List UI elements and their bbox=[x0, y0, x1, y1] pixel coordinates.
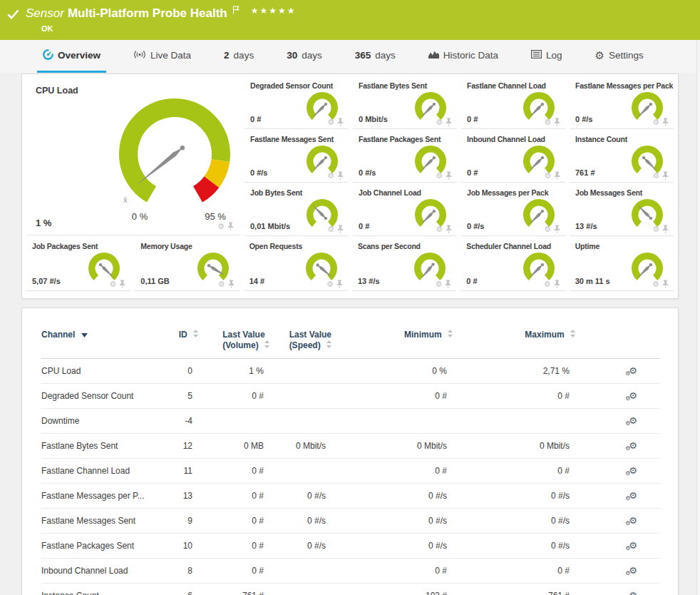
channel-row-cpu-load[interactable]: CPU Load01 %0 %2,71 %⚙⚙ bbox=[41, 359, 660, 384]
gauge-settings-gear-icon[interactable]: ⚙ bbox=[327, 118, 334, 126]
tab-historic-data[interactable]: Historic Data bbox=[423, 40, 504, 73]
gauge-settings-gear-icon[interactable]: ⚙ bbox=[218, 280, 225, 288]
channel-row-downtime[interactable]: Downtime-4⚙⚙ bbox=[41, 409, 660, 434]
channel-settings-icon[interactable]: ⚙⚙ bbox=[629, 591, 637, 595]
gauge-settings-gear-icon[interactable]: ⚙ bbox=[652, 280, 659, 288]
pin-icon[interactable] bbox=[336, 280, 343, 288]
pin-icon[interactable] bbox=[662, 171, 669, 180]
pin-icon[interactable] bbox=[662, 118, 669, 126]
gauge-settings-gear-icon[interactable]: ⚙ bbox=[652, 118, 659, 126]
sort-desc-icon[interactable] bbox=[81, 333, 88, 337]
pin-icon[interactable] bbox=[119, 280, 125, 288]
tab-live-data[interactable]: Live Data bbox=[128, 40, 197, 73]
tab-365-days[interactable]: 365days bbox=[349, 40, 401, 73]
pin-icon[interactable] bbox=[337, 225, 344, 233]
live-icon bbox=[133, 50, 146, 61]
column-header-id[interactable]: ID bbox=[155, 320, 198, 359]
cell-channel[interactable]: Downtime bbox=[41, 409, 155, 434]
sort-icon[interactable] bbox=[193, 330, 198, 337]
cell-channel[interactable]: Fastlane Channel Load bbox=[41, 459, 155, 484]
pin-icon[interactable] bbox=[554, 171, 560, 180]
cpu-load-gauge-tile: CPU Load x̄ 0 % 95 % 1 % ⚙ bbox=[26, 76, 240, 235]
channel-settings-icon[interactable]: ⚙⚙ bbox=[629, 466, 637, 475]
gauge-settings-gear-icon[interactable]: ⚙ bbox=[327, 172, 334, 180]
cell-channel[interactable]: Fastlane Messages Sent bbox=[41, 509, 155, 534]
priority-stars[interactable]: ★★★★★ bbox=[251, 6, 297, 16]
channel-settings-icon[interactable]: ⚙⚙ bbox=[629, 391, 637, 400]
channel-settings-icon[interactable]: ⚙⚙ bbox=[629, 516, 637, 525]
gauge-settings-gear-icon[interactable]: ⚙ bbox=[544, 225, 551, 233]
cell-last-value-volume: 0 MB bbox=[198, 434, 269, 459]
pin-icon[interactable] bbox=[446, 225, 452, 233]
sort-icon[interactable] bbox=[570, 330, 575, 337]
tab-number: 2 bbox=[224, 50, 230, 61]
sort-icon[interactable] bbox=[326, 340, 331, 348]
channel-row-degraded-sensor-count[interactable]: Degraded Sensor Count50 #0 #0 #⚙⚙ bbox=[41, 384, 660, 409]
channel-row-instance-count[interactable]: Instance Count6761 #103 #761 #⚙⚙ bbox=[41, 584, 660, 595]
cell-id: 12 bbox=[155, 434, 198, 459]
channel-settings-icon[interactable]: ⚙⚙ bbox=[629, 366, 637, 375]
pin-icon[interactable] bbox=[227, 222, 234, 230]
channel-settings-icon[interactable]: ⚙⚙ bbox=[629, 541, 637, 550]
column-header-minimum[interactable]: Minimum bbox=[331, 320, 453, 359]
gauge-settings-gear-icon[interactable]: ⚙ bbox=[436, 172, 443, 180]
gauge-settings-gear-icon[interactable]: ⚙ bbox=[436, 118, 443, 126]
column-header-last-value-volume[interactable]: Last Value(Volume) bbox=[198, 320, 269, 359]
gauge-tile-fastlane-messages-sent: Fastlane Messages Sent0 #/s⚙ bbox=[245, 129, 349, 183]
tab-label: Historic Data bbox=[443, 50, 498, 61]
pin-icon[interactable] bbox=[228, 280, 235, 288]
pin-icon[interactable] bbox=[337, 118, 344, 126]
channel-row-fastlane-bytes-sent[interactable]: Fastlane Bytes Sent120 MB0 Mbit/s0 Mbit/… bbox=[41, 434, 660, 459]
pin-icon[interactable] bbox=[445, 280, 451, 288]
pin-icon[interactable] bbox=[554, 118, 560, 126]
column-header-last-value-speed[interactable]: Last Value(Speed) bbox=[269, 320, 331, 359]
gauge-settings-gear-icon[interactable]: ⚙ bbox=[652, 172, 659, 180]
cell-channel[interactable]: Fastlane Messages per P... bbox=[41, 484, 155, 509]
channel-row-fastlane-messages-sent[interactable]: Fastlane Messages Sent90 #0 #/s0 #/s0 #/… bbox=[41, 509, 660, 534]
pin-icon[interactable] bbox=[554, 280, 560, 288]
column-header-channel[interactable]: Channel bbox=[41, 320, 155, 359]
channel-settings-icon[interactable]: ⚙⚙ bbox=[629, 416, 637, 425]
cell-channel[interactable]: Inbound Channel Load bbox=[41, 559, 155, 584]
gauge-settings-gear-icon[interactable]: ⚙ bbox=[652, 225, 659, 233]
flag-icon[interactable] bbox=[232, 4, 240, 17]
channel-row-fastlane-channel-load[interactable]: Fastlane Channel Load110 #0 #0 #⚙⚙ bbox=[41, 459, 660, 484]
scrollbar-track[interactable] bbox=[696, 40, 700, 595]
pin-icon[interactable] bbox=[446, 171, 452, 180]
channel-row-inbound-channel-load[interactable]: Inbound Channel Load80 #0 #0 #⚙⚙ bbox=[41, 559, 660, 584]
column-header-maximum[interactable]: Maximum bbox=[453, 320, 575, 359]
gauge-settings-gear-icon[interactable]: ⚙ bbox=[435, 280, 442, 288]
channel-row-fastlane-messages-per-p[interactable]: Fastlane Messages per P...130 #0 #/s0 #/… bbox=[41, 484, 660, 509]
gauge-tile-job-messages-sent: Job Messages Sent13 #/s⚙ bbox=[570, 183, 674, 236]
cell-minimum: 0 #/s bbox=[331, 509, 453, 534]
gauge-settings-gear-icon[interactable]: ⚙ bbox=[544, 280, 551, 288]
tab-2-days[interactable]: 2days bbox=[218, 40, 259, 73]
tab-30-days[interactable]: 30days bbox=[281, 40, 328, 73]
gauge-settings-gear-icon[interactable]: ⚙ bbox=[436, 225, 443, 233]
sort-icon[interactable] bbox=[448, 330, 453, 337]
gauge-settings-gear-icon[interactable]: ⚙ bbox=[326, 280, 334, 288]
cell-channel[interactable]: CPU Load bbox=[41, 359, 155, 384]
cell-channel[interactable]: Degraded Sensor Count bbox=[41, 384, 155, 409]
gauge-settings-gear-icon[interactable]: ⚙ bbox=[544, 172, 551, 180]
tab-settings[interactable]: ⚙Settings bbox=[590, 40, 649, 73]
cell-channel[interactable]: Fastlane Bytes Sent bbox=[41, 434, 155, 459]
pin-icon[interactable] bbox=[337, 171, 344, 180]
tab-log[interactable]: Log bbox=[525, 40, 568, 73]
channel-settings-icon[interactable]: ⚙⚙ bbox=[629, 441, 637, 450]
channel-row-fastlane-packages-sent[interactable]: Fastlane Packages Sent100 #0 #/s0 #/s0 #… bbox=[41, 534, 660, 559]
pin-icon[interactable] bbox=[662, 280, 669, 288]
channel-settings-icon[interactable]: ⚙⚙ bbox=[629, 566, 637, 575]
tab-overview[interactable]: Overview bbox=[37, 40, 106, 73]
channel-settings-icon[interactable]: ⚙⚙ bbox=[629, 491, 637, 500]
sort-icon[interactable] bbox=[264, 340, 269, 348]
pin-icon[interactable] bbox=[446, 118, 452, 126]
cell-channel[interactable]: Fastlane Packages Sent bbox=[41, 534, 155, 559]
cell-channel[interactable]: Instance Count bbox=[41, 584, 155, 595]
pin-icon[interactable] bbox=[554, 225, 560, 233]
gauge-settings-gear-icon[interactable]: ⚙ bbox=[109, 280, 116, 288]
gauge-settings-gear-icon[interactable]: ⚙ bbox=[544, 118, 551, 126]
gauge-settings-gear-icon[interactable]: ⚙ bbox=[217, 223, 225, 230]
pin-icon[interactable] bbox=[662, 225, 669, 233]
gauge-settings-gear-icon[interactable]: ⚙ bbox=[327, 225, 334, 233]
